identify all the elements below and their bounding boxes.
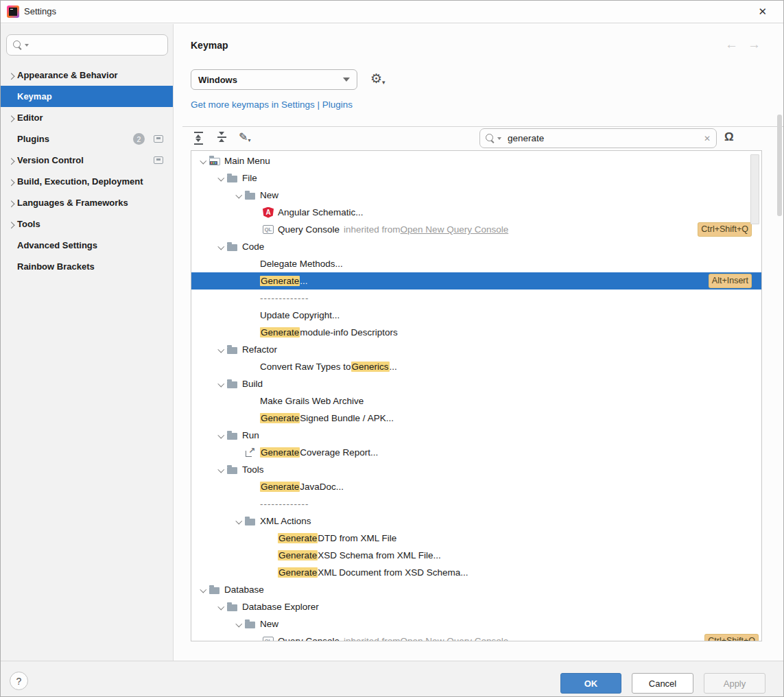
page-title: Keymap — [191, 40, 228, 51]
tree-row[interactable]: Run — [191, 427, 761, 444]
folder-icon — [209, 587, 219, 594]
query-console-icon: QL — [263, 225, 274, 234]
tree-row[interactable]: XML Actions — [191, 512, 761, 530]
apply-button[interactable]: Apply — [704, 673, 765, 694]
tree-row[interactable]: AAngular Schematic... — [191, 204, 761, 221]
sidebar-item-plugins[interactable]: Plugins2 — [1, 128, 173, 150]
tree-row[interactable]: Generate...Alt+Insert — [191, 272, 761, 290]
chevron-right-icon[interactable] — [8, 222, 14, 228]
expand-all-icon[interactable] — [192, 132, 204, 145]
action-label: XML Actions — [260, 516, 311, 526]
tree-row[interactable]: Refactor — [191, 341, 761, 358]
tree-row[interactable]: Tools — [191, 461, 761, 478]
tree-row[interactable]: Generate DTD from XML File — [191, 530, 761, 547]
action-search-input[interactable] — [506, 132, 704, 144]
icon-slot — [227, 432, 242, 440]
tree-scrollbar-thumb[interactable] — [750, 154, 759, 224]
tree-row[interactable]: Make Grails Web Archive — [191, 392, 761, 410]
search-options-caret-icon[interactable] — [497, 137, 501, 140]
chevron-down-icon[interactable] — [200, 158, 206, 164]
tree-row[interactable]: Code — [191, 238, 761, 255]
tree-row[interactable]: Generate Signed Bundle / APK... — [191, 410, 761, 427]
sidebar-item-version-control[interactable]: Version Control — [1, 150, 173, 171]
close-icon[interactable]: ✕ — [758, 5, 767, 18]
sidebar-search-field[interactable] — [6, 34, 168, 56]
gear-icon[interactable]: ⚙▾ — [370, 71, 385, 86]
search-options-caret-icon[interactable] — [25, 44, 29, 47]
tree-row[interactable]: Generate JavaDoc... — [191, 478, 761, 495]
tree-row[interactable]: ------------- — [191, 290, 761, 307]
action-label: Query Console — [278, 224, 340, 235]
action-label: Convert Raw Types to — [260, 362, 351, 372]
action-label: JavaDoc... — [300, 482, 344, 492]
tree-row[interactable]: Generate Coverage Report... — [191, 444, 761, 461]
chevron-down-icon[interactable] — [217, 175, 224, 181]
keymap-toolbar: ✎▾ ✕ Ω — [182, 126, 784, 150]
tree-row[interactable]: Build — [191, 375, 761, 392]
forward-arrow-icon[interactable]: → — [748, 37, 761, 52]
chevron-slot — [1, 112, 17, 124]
help-button[interactable]: ? — [10, 672, 28, 690]
get-more-keymaps-link[interactable]: Get more keymaps in Settings | Plugins — [191, 99, 353, 110]
search-match: Generate — [278, 533, 318, 543]
chevron-right-icon[interactable] — [8, 201, 14, 207]
chevron-down-icon[interactable] — [217, 346, 224, 353]
chevron-slot — [233, 519, 245, 523]
separator-text: ------------- — [260, 293, 309, 303]
sidebar-item-label: Advanced Settings — [17, 240, 97, 250]
chevron-right-icon[interactable] — [8, 116, 14, 122]
tree-row[interactable]: Main Menu — [191, 152, 761, 169]
keymap-dropdown[interactable]: Windows — [191, 69, 357, 90]
tree-row[interactable]: Update Copyright... — [191, 307, 761, 324]
tree-row[interactable]: New — [191, 615, 761, 633]
window-scrollbar-thumb[interactable] — [777, 115, 782, 216]
sidebar-item-editor[interactable]: Editor — [1, 107, 173, 128]
folder-icon — [227, 347, 237, 354]
chevron-down-icon[interactable] — [217, 466, 224, 473]
tree-row[interactable]: File — [191, 169, 761, 187]
tree-row[interactable]: Generate XSD Schema from XML File... — [191, 547, 761, 564]
collapse-all-icon[interactable] — [215, 132, 228, 142]
chevron-down-icon[interactable] — [217, 381, 224, 387]
find-actions-by-shortcut-icon[interactable]: Ω — [724, 130, 734, 144]
chevron-down-icon[interactable] — [200, 587, 206, 593]
chevron-right-icon[interactable] — [8, 180, 14, 186]
cancel-button[interactable]: Cancel — [632, 673, 693, 694]
sidebar-item-build-execution-deployment[interactable]: Build, Execution, Deployment — [1, 171, 173, 192]
ok-button[interactable]: OK — [560, 673, 621, 694]
tree-row[interactable]: QLQuery Consoleinherited from Open New Q… — [191, 633, 761, 641]
tree-row[interactable]: Delegate Methods... — [191, 255, 761, 272]
sidebar-item-tools[interactable]: Tools — [1, 213, 173, 235]
chevron-down-icon[interactable] — [235, 621, 241, 627]
sidebar-item-keymap[interactable]: Keymap — [1, 86, 173, 107]
action-search-field[interactable]: ✕ — [479, 128, 717, 148]
chevron-right-icon[interactable] — [8, 73, 14, 80]
sidebar-item-appearance-behavior[interactable]: Appearance & Behavior — [1, 64, 173, 86]
tree-row[interactable]: Convert Raw Types to Generics... — [191, 358, 761, 375]
tree-row[interactable]: Database — [191, 581, 761, 598]
chevron-down-icon[interactable] — [217, 432, 224, 438]
window-title: Settings — [24, 6, 56, 16]
chevron-down-icon[interactable] — [217, 244, 224, 250]
tree-row[interactable]: QLQuery Consoleinherited from Open New Q… — [191, 221, 761, 238]
sidebar-search-input[interactable] — [33, 39, 150, 51]
icon-slot — [245, 517, 260, 525]
tree-row[interactable]: ------------- — [191, 495, 761, 512]
chevron-right-icon[interactable] — [8, 158, 14, 165]
inherited-action-link[interactable]: Open New Query Console — [401, 224, 509, 235]
tree-row[interactable]: New — [191, 187, 761, 204]
chevron-down-icon[interactable] — [235, 518, 241, 524]
edit-shortcut-icon[interactable]: ✎▾ — [239, 130, 250, 143]
back-arrow-icon[interactable]: ← — [725, 37, 738, 52]
action-label: Angular Schematic... — [278, 207, 364, 217]
tree-row[interactable]: Generate XML Document from XSD Schema... — [191, 564, 761, 581]
sidebar-item-languages-frameworks[interactable]: Languages & Frameworks — [1, 192, 173, 213]
clear-search-icon[interactable]: ✕ — [704, 134, 711, 143]
sidebar-item-advanced-settings[interactable]: Advanced Settings — [1, 235, 173, 256]
tree-row[interactable]: Database Explorer — [191, 598, 761, 615]
chevron-down-icon[interactable] — [235, 192, 241, 198]
chevron-down-icon[interactable] — [217, 604, 224, 610]
sidebar-item-rainbow-brackets[interactable]: Rainbow Brackets — [1, 256, 173, 277]
inherited-action-link[interactable]: Open New Query Console — [401, 636, 509, 641]
tree-row[interactable]: Generate module-info Descriptors — [191, 324, 761, 341]
